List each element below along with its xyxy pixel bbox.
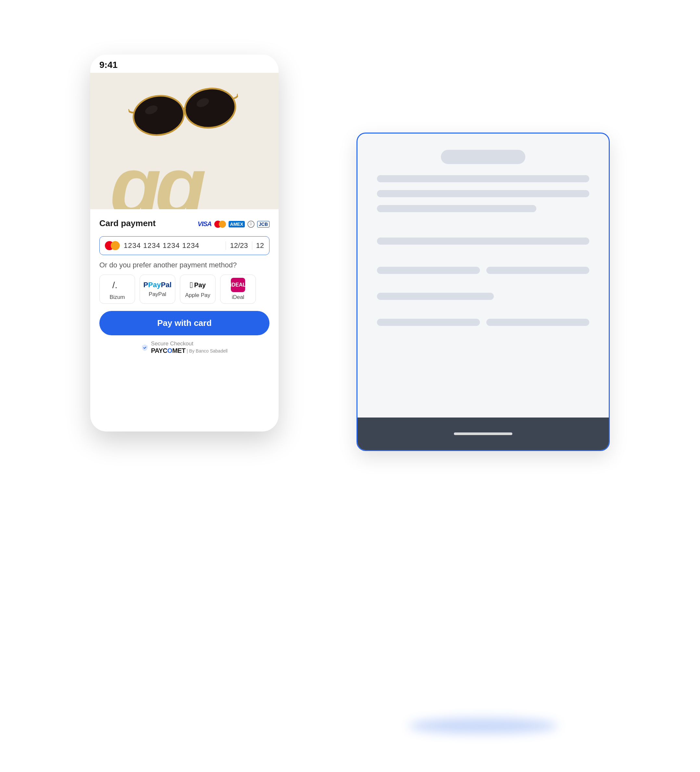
shield-secure-icon (141, 344, 148, 351)
jcb-logo: JCB (257, 221, 269, 227)
bizum-icon: /. (110, 278, 124, 292)
tablet-bottom-bar (357, 417, 609, 450)
mobile-phone: 9:41 gg (90, 55, 279, 432)
card-type-icon (105, 241, 120, 250)
paycomet-brand: PAYCOMET (151, 347, 185, 355)
card-number-input[interactable]: 1234 1234 1234 1234 (124, 241, 222, 250)
skeleton-line-2 (377, 190, 589, 197)
skeleton-half-2 (486, 267, 589, 274)
skeleton-line-4 (377, 237, 589, 245)
card-payment-title: Card payment (100, 218, 155, 228)
apple-pay-button[interactable]:  Pay Apple Pay (180, 275, 215, 304)
status-time: 9:41 (100, 60, 117, 70)
payment-panel: Card payment VISA AMEX D JCB 1234 1234 1… (90, 209, 279, 361)
payment-methods-row: /. Bizum PPayPal PayPal  Pay (100, 275, 269, 304)
bizum-label: Bizum (109, 294, 125, 301)
bizum-button[interactable]: /. Bizum (100, 275, 135, 304)
skeleton-row-1 (377, 267, 589, 274)
mastercard-logo (214, 221, 226, 228)
tablet-device (356, 132, 610, 451)
skeleton-line-5 (377, 293, 494, 300)
apple-pay-label: Apple Pay (185, 292, 210, 299)
card-logos: VISA AMEX D JCB (198, 220, 269, 228)
skeleton-row-2 (377, 319, 589, 326)
pay-with-card-button[interactable]: Pay with card (100, 311, 269, 335)
secure-checkout-label: Secure Checkout (151, 340, 228, 347)
skeleton-line-3 (377, 205, 536, 212)
other-methods-label: Or do you prefer another payment method? (100, 261, 269, 269)
skeleton-half-4 (486, 319, 589, 326)
tablet-home-indicator (454, 432, 512, 435)
card-cvv-input[interactable]: 12 (252, 241, 264, 250)
scene: 9:41 gg (90, 29, 610, 743)
apple-pay-icon:  Pay (189, 280, 206, 290)
paypal-icon: PPayPal (144, 281, 172, 289)
ideal-icon: iDEAL (231, 278, 245, 292)
card-expiry-input[interactable]: 12/23 (226, 241, 248, 250)
diners-logo: D (247, 221, 255, 228)
ideal-button[interactable]: iDEAL iDeal (220, 275, 256, 304)
paypal-label: PayPal (149, 291, 166, 298)
decorative-letter: gg (110, 144, 200, 209)
skeleton-header (441, 150, 525, 164)
visa-logo: VISA (198, 220, 212, 228)
tablet-content (357, 134, 609, 417)
product-image: gg (90, 73, 279, 209)
status-bar: 9:41 (90, 55, 279, 73)
amex-logo: AMEX (228, 221, 245, 227)
skeleton-line-1 (377, 175, 589, 182)
product-image-area: gg (90, 73, 279, 209)
svg-text:/.: /. (113, 280, 117, 290)
skeleton-half-3 (377, 319, 480, 326)
ideal-label: iDeal (232, 294, 245, 301)
secure-footer: Secure Checkout PAYCOMET | By Banco Saba… (100, 340, 269, 355)
tablet-shadow (408, 718, 558, 734)
paypal-button[interactable]: PPayPal PayPal (140, 275, 175, 304)
paycomet-sub: | By Banco Sabadell (187, 348, 228, 353)
skeleton-half-1 (377, 267, 480, 274)
card-input-row[interactable]: 1234 1234 1234 1234 12/23 12 (100, 236, 269, 255)
sunglasses-illustration (127, 82, 242, 142)
